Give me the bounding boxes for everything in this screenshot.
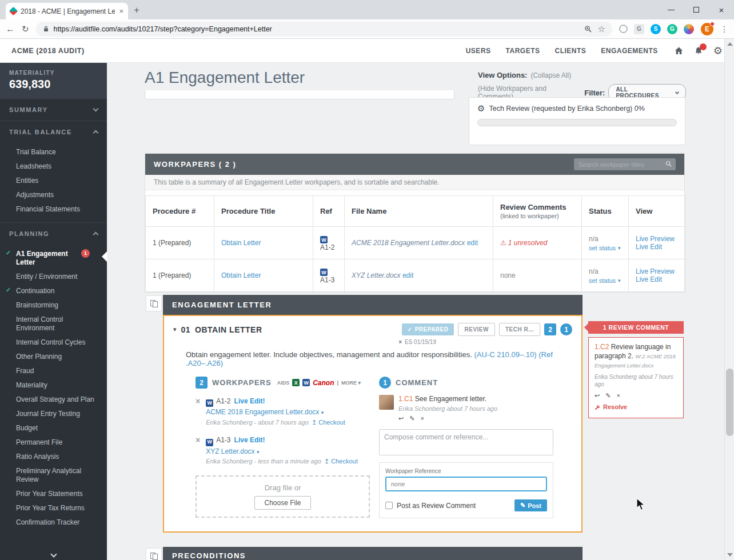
sidebar-item-preliminary-analytical-review[interactable]: Preliminary Analytical Review: [0, 464, 107, 487]
new-tab-button[interactable]: +: [134, 5, 139, 16]
edit-link[interactable]: edit: [402, 271, 413, 279]
workpaper-reference-input[interactable]: [385, 477, 547, 491]
scroll-down-arrow[interactable]: [727, 553, 733, 557]
edit-pencil-icon[interactable]: ✎: [409, 415, 414, 422]
live-preview-link[interactable]: Live Preview: [636, 267, 675, 275]
scrollbar-thumb[interactable]: [726, 369, 733, 436]
sidebar-item-financial-statements[interactable]: Financial Statements: [0, 202, 107, 217]
browser-tab[interactable]: 2018 - ACME | Engagement Lette ×: [6, 3, 128, 19]
aids-label[interactable]: AIDS: [277, 380, 290, 386]
address-bar[interactable]: https://auditfile.com/audits/10217/step?…: [36, 22, 612, 37]
more-dropdown[interactable]: MORE ▾: [341, 380, 361, 386]
sidebar-section-planning[interactable]: PLANNING: [0, 222, 107, 245]
remove-signoff-icon[interactable]: ×: [398, 339, 402, 345]
comments-count-badge[interactable]: 1: [560, 323, 572, 335]
sidebar-item-budget[interactable]: Budget: [0, 421, 107, 435]
section-pages-icon[interactable]: [146, 548, 162, 560]
home-icon[interactable]: [674, 46, 684, 55]
workpapers-count-badge[interactable]: 2: [544, 323, 556, 335]
sidebar-section-trial-balance[interactable]: TRIAL BALANCE: [0, 121, 107, 143]
col-status[interactable]: Status: [582, 196, 629, 227]
sidebar-item-prior-year-statements[interactable]: Prior Year Statements: [0, 487, 107, 501]
workpaper-file-link[interactable]: XYZ Letter.docx: [206, 447, 254, 455]
window-restore-button[interactable]: [684, 0, 709, 19]
sidebar-item-leadsheets[interactable]: Leadsheets: [0, 159, 107, 174]
sidebar-item-trial-balance[interactable]: Trial Balance: [0, 145, 107, 159]
scrollbar[interactable]: [724, 39, 734, 560]
sidebar-item-prior-year-tax-returns[interactable]: Prior Year Tax Returns: [0, 501, 107, 515]
live-edit-link[interactable]: Live Edit: [636, 275, 662, 283]
browser-menu-icon[interactable]: ⋮: [720, 25, 728, 34]
auc-reference-link[interactable]: (AU-C 210.09–.10): [474, 350, 536, 359]
sidebar-item-adjustments[interactable]: Adjustments: [0, 188, 107, 202]
extension-g-icon[interactable]: G: [634, 24, 644, 34]
zoom-icon[interactable]: [584, 25, 592, 33]
nav-users[interactable]: USERS: [466, 47, 491, 55]
sidebar-item-other-planning[interactable]: Other Planning: [0, 350, 107, 364]
canon-logo[interactable]: Canon: [313, 379, 334, 387]
extension-circle-icon[interactable]: [619, 25, 628, 33]
sidebar-item-overall-strategy[interactable]: Overall Strategy and Plan: [0, 393, 107, 407]
compose-comment-input[interactable]: [379, 429, 553, 455]
sidebar-item-brainstorming[interactable]: Brainstorming: [0, 298, 107, 313]
remove-workpaper-icon[interactable]: ×: [196, 436, 200, 466]
reply-icon[interactable]: ↩: [595, 391, 600, 400]
window-minimize-button[interactable]: —: [659, 0, 684, 19]
live-edit-link[interactable]: Live Edit!: [234, 436, 265, 444]
workpaper-search-input[interactable]: [574, 158, 676, 170]
chevron-down-icon[interactable]: ▾: [257, 449, 260, 455]
live-edit-link[interactable]: Live Edit!: [234, 397, 265, 405]
choose-file-button[interactable]: Choose File: [254, 496, 310, 510]
engagement-brand[interactable]: ACME (2018 AUDIT): [11, 47, 85, 55]
live-edit-link[interactable]: Live Edit: [636, 243, 662, 251]
live-preview-link[interactable]: Live Preview: [636, 235, 675, 243]
set-status-link[interactable]: set status: [589, 277, 616, 284]
col-review-comments[interactable]: Review Comments (linked to workpaper): [493, 196, 582, 227]
extension-s-icon[interactable]: S: [651, 24, 661, 34]
chevron-down-icon[interactable]: ▾: [321, 410, 324, 415]
workpaper-file-link[interactable]: ACME 2018 Engagement Letter.docx: [206, 408, 319, 416]
remove-workpaper-icon[interactable]: ×: [196, 397, 200, 427]
unresolved-label[interactable]: 1 unresolved: [508, 239, 548, 247]
sidebar-item-continuation[interactable]: ✓ Continuation: [0, 284, 107, 298]
grammarly-icon[interactable]: G: [667, 24, 677, 34]
sidebar-item-fraud[interactable]: Fraud: [0, 364, 107, 378]
procedure-title-link[interactable]: Obtain Letter: [221, 239, 261, 247]
review-button[interactable]: REVIEW: [458, 323, 494, 336]
procedure-title-link[interactable]: Obtain Letter: [221, 271, 261, 279]
sidebar-section-summary[interactable]: SUMMARY: [0, 98, 107, 121]
resolve-button[interactable]: Resolve: [595, 403, 677, 411]
settings-gear-icon[interactable]: ⚙: [713, 46, 723, 56]
nav-targets[interactable]: TARGETS: [506, 47, 540, 55]
preconditions-section-header[interactable]: PRECONDITIONS: [163, 547, 583, 560]
edit-pencil-icon[interactable]: ✎: [605, 391, 611, 400]
reload-button[interactable]: ↻: [22, 24, 29, 34]
tab-close-icon[interactable]: ×: [119, 7, 123, 15]
extension-sparkle-icon[interactable]: [684, 24, 694, 34]
sidebar-scroll-more-chevron[interactable]: [50, 551, 57, 557]
col-ref[interactable]: Ref: [313, 196, 345, 227]
sidebar-item-confirmation-tracker[interactable]: Confirmation Tracker: [0, 515, 107, 530]
tech-review-button[interactable]: TECH R...: [499, 323, 540, 336]
browser-profile-avatar[interactable]: E: [701, 23, 713, 35]
delete-icon[interactable]: ×: [420, 415, 424, 422]
post-as-review-checkbox[interactable]: [385, 502, 393, 509]
word-icon[interactable]: W: [302, 379, 310, 386]
nav-clients[interactable]: CLIENTS: [555, 47, 587, 55]
engagement-letter-section-header[interactable]: ENGAGEMENT LETTER: [163, 295, 583, 315]
sidebar-item-a1-engagement-letter[interactable]: ✓ A1 Engagement Letter 1: [0, 247, 107, 270]
notifications-bell-icon[interactable]: [694, 46, 703, 55]
sidebar-item-permanent-file[interactable]: Permanent File: [0, 435, 107, 450]
set-status-link[interactable]: set status: [589, 245, 616, 251]
back-button[interactable]: ←: [6, 24, 15, 34]
section-pages-icon[interactable]: [146, 295, 162, 311]
col-procedure-num[interactable]: Procedure #: [146, 196, 214, 227]
edit-link[interactable]: edit: [467, 239, 478, 247]
scroll-up-arrow[interactable]: [727, 42, 733, 46]
sidebar-item-internal-control-cycles[interactable]: Internal Control Cycles: [0, 335, 107, 350]
sidebar-item-materiality[interactable]: Materiality: [0, 378, 107, 393]
reply-icon[interactable]: ↩: [398, 415, 404, 422]
excel-icon[interactable]: X: [292, 379, 300, 386]
col-file-name[interactable]: File Name: [345, 196, 493, 227]
sidebar-item-internal-control-environment[interactable]: Internal Control Environment: [0, 313, 107, 335]
